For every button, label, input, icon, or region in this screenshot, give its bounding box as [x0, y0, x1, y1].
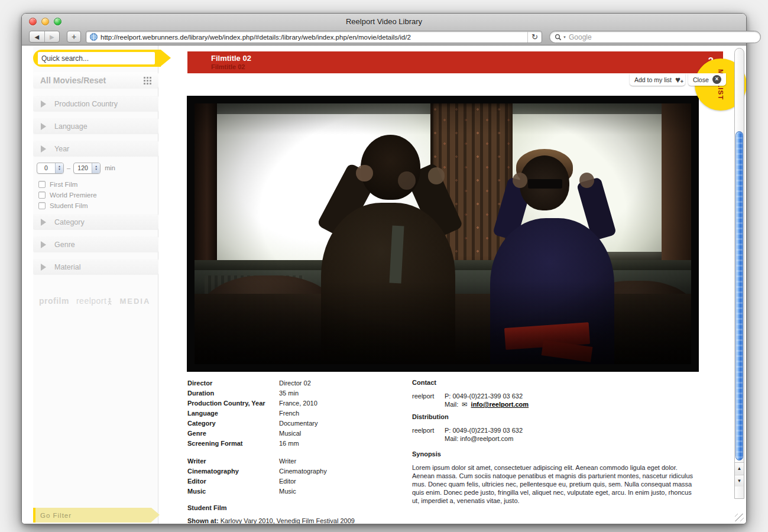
film-still-photo: [187, 96, 699, 372]
accordion-material[interactable]: Material: [33, 259, 158, 275]
credit-row: CinematographyCinematography: [187, 466, 412, 476]
close-x-icon: ×: [712, 75, 721, 84]
plus-icon: +: [72, 32, 76, 41]
filter-sidebar: All Movies/Reset Production Country Lang…: [33, 46, 158, 524]
expand-triangle-icon: [41, 241, 46, 248]
duration-min-stepper[interactable]: ▲▼: [37, 163, 64, 174]
shown-at-line: Shown at: Karlovy Vary 2010, Venedig Fil…: [187, 517, 412, 524]
new-tab-button[interactable]: +: [67, 31, 81, 43]
detail-row: Production Country, YearFrance, 2010: [187, 398, 412, 408]
go-filter-accent: [33, 508, 35, 523]
duration-unit-label: min: [105, 164, 115, 171]
scroll-up-icon: ▲: [737, 466, 742, 471]
detail-row: LanguageFrench: [187, 408, 412, 419]
address-bar[interactable]: ↻: [86, 31, 542, 43]
google-search-input[interactable]: [569, 33, 760, 41]
forward-arrow-icon: ▶: [50, 34, 54, 40]
forward-button[interactable]: ▶: [44, 31, 60, 42]
credit-row: MusicMusic: [187, 486, 412, 497]
checkbox-world-premiere[interactable]: World Premiere: [38, 191, 97, 199]
window-resize-grip[interactable]: [735, 514, 744, 521]
search-dropdown-caret-icon: ▼: [563, 35, 566, 39]
duration-max-input[interactable]: [74, 163, 92, 173]
media-logo: MEDIA: [119, 297, 150, 306]
duration-min-input[interactable]: [37, 163, 55, 173]
contact-heading: Contact: [412, 378, 708, 387]
contact-row: reelport P: 0049-(0)221-399 03 632 Mail:…: [412, 392, 708, 409]
duration-filter: ▲▼ – ▲▼ min: [37, 162, 115, 174]
contact-email-link[interactable]: info@reelport.com: [471, 401, 529, 408]
detail-row: DirectorDirector 02: [187, 378, 412, 388]
movie-actions: Add to my list ♥+ Close ×: [630, 73, 726, 86]
nav-buttons: ◀ ▶: [29, 31, 60, 43]
duration-max-stepper[interactable]: ▲▼: [73, 163, 101, 174]
synopsis-heading: Synopsis: [412, 450, 708, 459]
expand-triangle-icon: [41, 100, 46, 108]
envelope-icon: ✉: [462, 401, 467, 408]
distribution-info: P: 0049-(0)221-399 03 632 Mail: info@ree…: [445, 426, 523, 443]
accordion-year[interactable]: Year: [33, 141, 158, 157]
quick-search-input[interactable]: [38, 52, 155, 64]
detail-row: GenreMusical: [187, 429, 412, 439]
movie-subtitle: Filmtitle 02: [211, 63, 245, 70]
detail-row: Screening Format16 mm: [187, 439, 412, 449]
profilm-logo: profilm: [39, 296, 69, 306]
checkbox-student-film[interactable]: Student Film: [38, 202, 88, 210]
contact-info: P: 0049-(0)221-399 03 632 Mail: ✉ info@r…: [445, 392, 529, 409]
back-arrow-icon: ◀: [34, 34, 39, 40]
expand-triangle-icon: [41, 123, 46, 130]
credit-row: WriterWriter: [187, 456, 412, 466]
vertical-scrollbar[interactable]: ▲ ▼: [734, 48, 744, 499]
distribution-company: reelport: [412, 426, 445, 443]
detail-row: CategoryDocumentary: [187, 419, 412, 429]
heart-plus-icon: ♥+: [675, 76, 680, 84]
range-separator: –: [67, 164, 70, 171]
accordion-language[interactable]: Language: [33, 118, 158, 134]
detail-row: Duration35 min: [187, 388, 412, 398]
all-movies-reset-label: All Movies/Reset: [40, 76, 144, 85]
scene-vignette: [195, 103, 691, 364]
film-still-scene: [195, 103, 691, 364]
movie-title-bar: Filmtitle 02 Filmtitle 02 2: [187, 51, 723, 73]
back-button[interactable]: ◀: [30, 31, 44, 42]
go-filter-button[interactable]: Go Filter: [33, 508, 151, 523]
grid-view-icon[interactable]: [144, 77, 151, 85]
checkbox-first-film[interactable]: First Film: [38, 180, 77, 189]
scroll-down-button[interactable]: ▼: [735, 475, 744, 486]
stepper-arrows-icon[interactable]: ▲▼: [55, 163, 63, 173]
synopsis-text: Lorem ipsum dolor sit amet, consectetuer…: [412, 463, 697, 505]
window-title: Reelport Video Library: [22, 17, 746, 26]
student-film-flag: Student Film: [187, 504, 412, 511]
all-movies-reset-button[interactable]: All Movies/Reset: [33, 72, 158, 89]
google-search-field[interactable]: ▼: [549, 31, 761, 43]
distribution-row: reelport P: 0049-(0)221-399 03 632 Mail:…: [412, 426, 708, 443]
accordion-production-country[interactable]: Production Country: [33, 96, 158, 112]
add-to-my-list-button[interactable]: Add to my list ♥+: [630, 73, 685, 86]
accordion-category[interactable]: Category: [33, 214, 158, 230]
expand-triangle-icon: [41, 264, 46, 271]
url-input[interactable]: [101, 34, 527, 41]
movie-title: Filmtitle 02: [211, 54, 251, 63]
checkbox-icon[interactable]: [38, 181, 46, 188]
browser-toolbar: ◀ ▶ + ↻ ▼: [22, 29, 746, 46]
page-content: All Movies/Reset Production Country Lang…: [22, 46, 746, 524]
accordion-genre[interactable]: Genre: [33, 236, 158, 252]
close-details-button[interactable]: Close ×: [688, 73, 726, 86]
checkbox-icon[interactable]: [38, 192, 46, 199]
stepper-arrows-icon[interactable]: ▲▼: [92, 163, 100, 173]
contact-company: reelport: [412, 392, 445, 409]
magnifier-icon: ▼: [555, 34, 566, 41]
partner-logos: profilm reelport MEDIA: [39, 296, 154, 306]
shown-at-value: Karlovy Vary 2010, Venedig Film Festival…: [221, 517, 355, 524]
reelport-figure-icon: [107, 298, 112, 306]
details-right-column: Contact reelport P: 0049-(0)221-399 03 6…: [412, 378, 708, 505]
reelport-logo: reelport: [76, 296, 112, 306]
distribution-heading: Distribution: [412, 413, 708, 421]
scroll-up-button[interactable]: ▲: [735, 462, 744, 474]
reload-icon[interactable]: ↻: [527, 31, 542, 43]
expand-triangle-icon: [41, 145, 46, 153]
checkbox-icon[interactable]: [38, 202, 46, 209]
scrollbar-thumb[interactable]: [735, 131, 743, 460]
browser-chrome: Reelport Video Library ◀ ▶ + ↻ ▼: [22, 14, 746, 46]
details-left-column: DirectorDirector 02 Duration35 min Produ…: [187, 378, 412, 524]
